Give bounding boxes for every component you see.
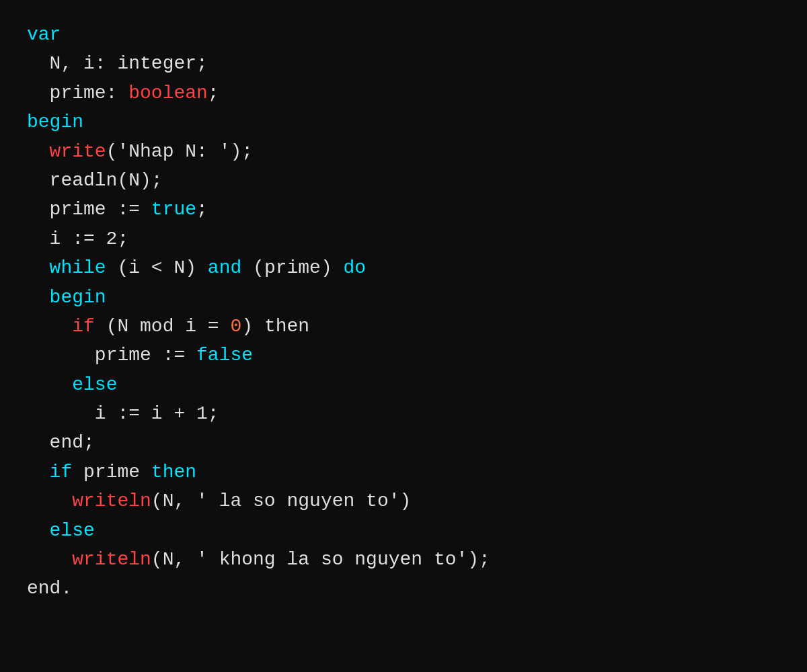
line-prime-false: prime := false (27, 341, 780, 370)
line-begin2: begin (27, 283, 780, 312)
code-editor: var N, i: integer; prime: boolean;begin … (27, 20, 780, 603)
line-prime-true: prime := true; (27, 195, 780, 224)
line-end-dot: end. (27, 574, 780, 603)
line-i-2: i := 2; (27, 224, 780, 253)
line-while: while (i < N) and (prime) do (27, 253, 780, 282)
line-var: var (27, 20, 780, 49)
line-begin1: begin (27, 108, 780, 136)
line-n-i: N, i: integer; (27, 49, 780, 78)
line-if-prime: if prime then (27, 458, 780, 487)
line-writeln1: writeln(N, ' la so nguyen to') (27, 487, 780, 515)
line-else1: else (27, 370, 780, 399)
line-writeln2: writeln(N, ' khong la so nguyen to'); (27, 545, 780, 574)
line-readln: readln(N); (27, 166, 780, 195)
line-i-incr: i := i + 1; (27, 399, 780, 428)
line-write: write('Nhap N: '); (27, 137, 780, 166)
line-if-mod: if (N mod i = 0) then (27, 312, 780, 341)
line-else2: else (27, 516, 780, 545)
line-end1: end; (27, 428, 780, 457)
line-prime-bool: prime: boolean; (27, 79, 780, 108)
